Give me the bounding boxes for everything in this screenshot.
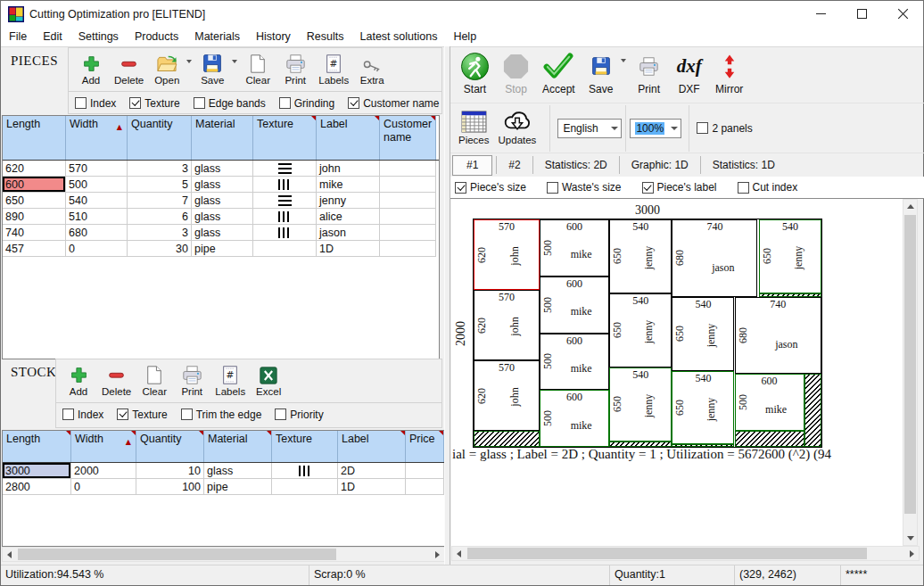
menu-settings[interactable]: Settings [70,28,127,46]
cell-quantity[interactable]: 6 [128,209,192,225]
piece-jenny[interactable]: 540650jenny [609,293,672,367]
cell-length[interactable]: 457 [3,241,66,257]
cell-quantity[interactable]: 3 [128,225,192,241]
cell-material[interactable]: glass [192,209,253,225]
menu-materials[interactable]: Materials [186,28,248,46]
cell-quantity[interactable]: 30 [128,241,192,257]
cell-length[interactable]: 3000 [3,463,71,479]
cell-texture[interactable] [253,209,317,225]
column-header-label[interactable]: Label [317,116,380,160]
menu-file[interactable]: File [1,28,35,46]
table-row[interactable]: 3000200010glass2D [3,463,446,479]
piece-john[interactable]: 570620john [474,219,540,290]
menu-edit[interactable]: Edit [35,28,70,46]
column-header-texture[interactable]: Texture [253,116,317,160]
piece-mike[interactable]: 600500mike [540,390,609,447]
column-header-price[interactable]: Price [406,431,444,462]
cell-texture[interactable] [253,161,317,177]
dropdown-arrow-icon[interactable] [232,60,237,63]
menu-history[interactable]: History [248,28,299,46]
language-select[interactable]: English [557,119,622,138]
stock-horizontal-scrollbar[interactable] [2,547,445,562]
cell-texture[interactable] [253,193,317,209]
print-button[interactable]: Print [278,50,312,87]
cell-width[interactable]: 540 [66,193,128,209]
piece-s-size-checkbox[interactable]: Piece's size [455,181,526,194]
scroll-left-icon[interactable] [3,548,16,561]
cell-price[interactable] [406,463,444,479]
scroll-down-icon[interactable] [903,532,917,545]
edge-bands-checkbox[interactable]: Edge bands [194,97,266,110]
minimize-button[interactable] [800,1,841,27]
cell-material[interactable]: glass [192,193,253,209]
start-button[interactable]: Start [458,49,492,95]
piece-jenny[interactable]: 540650jenny [672,371,734,445]
cell-customer-name[interactable] [380,225,436,241]
column-header-width[interactable]: Width▲ [66,116,128,160]
menu-products[interactable]: Products [127,28,186,46]
open-button[interactable]: Open [150,50,184,87]
tab-statistics-2d[interactable]: Statistics: 2D [533,159,619,171]
piece-jason[interactable]: 740680jason [735,297,822,375]
dropdown-arrow-icon[interactable] [621,59,626,62]
index-checkbox[interactable]: Index [75,97,116,110]
cell-quantity[interactable]: 5 [128,177,192,193]
cell-length[interactable]: 600 [3,177,66,193]
cell-texture[interactable] [253,177,317,193]
piece-john[interactable]: 570620john [474,290,540,360]
table-row[interactable]: 6005005glassmike [3,177,439,193]
menu-latest-solutions[interactable]: Latest solutions [352,28,446,46]
column-header-label[interactable]: Label [338,431,406,462]
delete-button[interactable]: Delete [99,361,134,398]
cell-label[interactable]: john [317,161,380,177]
texture-checkbox[interactable]: Texture [117,409,167,421]
column-header-material[interactable]: Material [204,431,272,462]
cell-length[interactable]: 890 [3,209,66,225]
cell-width[interactable]: 0 [66,241,128,257]
cell-length[interactable]: 740 [3,225,66,241]
scrollbar-thumb[interactable] [18,549,336,560]
menu-help[interactable]: Help [445,28,484,46]
save-button[interactable]: Save [584,49,618,95]
column-header-quantity[interactable]: Quantity [128,116,192,160]
cell-width[interactable]: 0 [71,479,136,495]
cell-material[interactable]: pipe [204,479,272,495]
cell-quantity[interactable]: 3 [128,161,192,177]
cell-width[interactable]: 680 [66,225,128,241]
pane-splitter[interactable] [444,46,450,565]
cell-length[interactable]: 650 [3,193,66,209]
scroll-right-icon[interactable] [431,548,444,561]
cell-texture[interactable] [272,463,338,479]
print-button[interactable]: Print [175,361,209,398]
piece-jason[interactable]: 740680jason [672,219,757,297]
scrollbar-thumb[interactable] [904,215,916,514]
column-header-customer-name[interactable]: Customer name [380,116,436,160]
column-header-width[interactable]: Width▲ [71,431,136,462]
cell-texture[interactable] [253,225,317,241]
save-button[interactable]: Save [195,50,229,87]
updates-button[interactable]: Updates [496,110,540,146]
cut-index-checkbox[interactable]: Cut index [738,181,798,194]
cell-label[interactable]: 1D [317,241,380,257]
piece-mike[interactable]: 600500mike [540,334,609,391]
piecesgrid-button[interactable]: Pieces [456,110,492,146]
accept-button[interactable]: Accept [540,49,578,95]
excel-button[interactable]: Excel [252,361,285,398]
cell-customer-name[interactable] [380,161,436,177]
table-row[interactable]: 7406803glassjason [3,225,439,241]
column-header-material[interactable]: Material [192,116,253,160]
waste-s-size-checkbox[interactable]: Waste's size [547,181,622,194]
cell-texture[interactable] [253,241,317,257]
cell-label[interactable]: 1D [338,479,406,495]
cell-width[interactable]: 2000 [71,463,136,479]
scroll-right-icon[interactable] [905,547,919,560]
add-button[interactable]: Add [62,361,95,398]
table-row[interactable]: 457030pipe1D [3,241,439,257]
table-row[interactable]: 28000100pipe1D [3,479,446,495]
stop-button[interactable]: Stop [499,49,533,95]
cell-texture[interactable] [272,479,338,495]
dxf-button[interactable]: dxfDXF [672,49,706,95]
tab-statistics-1d[interactable]: Statistics: 1D [701,159,787,171]
tab-graphic-1d[interactable]: Graphic: 1D [620,159,700,171]
labels-button[interactable]: #Labels [212,361,248,398]
